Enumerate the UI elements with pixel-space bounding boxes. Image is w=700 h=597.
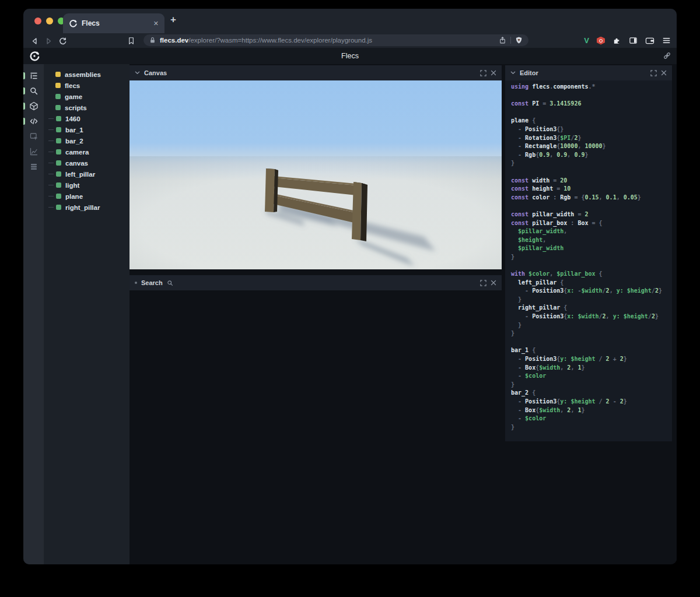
minimize-window-button[interactable] (46, 17, 53, 24)
tree-item-label: scripts (65, 104, 87, 111)
leaf-dash (48, 118, 54, 120)
close-panel-icon[interactable] (661, 70, 667, 76)
canvas-panel-title: Canvas (144, 69, 167, 76)
tree-item-label: 1460 (65, 115, 80, 122)
panel-area: Canvas (130, 64, 677, 564)
tree-item-label: right_pillar (65, 204, 100, 211)
entity-tree: assemblies flecs (44, 64, 130, 564)
url-path: /explorer/?wasm=https://www.flecs.dev/ex… (188, 37, 372, 44)
entity-kind-square (56, 205, 61, 210)
back-button[interactable] (29, 36, 40, 46)
rail-entities-button[interactable] (23, 99, 44, 114)
tab-flecs[interactable]: Flecs ✕ (63, 13, 164, 33)
tree-item[interactable]: bar_1 (44, 124, 130, 135)
tree-outline-icon (29, 71, 38, 80)
tree-item[interactable]: camera (44, 146, 130, 157)
tree-item-label: flecs (65, 82, 80, 89)
reload-button[interactable] (57, 36, 68, 46)
extensions-puzzle-icon[interactable] (612, 36, 621, 45)
tree-item[interactable]: assemblies (44, 69, 130, 80)
inspector-icon (29, 132, 38, 141)
tree-item-label: plane (65, 193, 83, 200)
address-bar-divider (510, 37, 511, 44)
forward-button[interactable] (43, 36, 54, 46)
browser-toolbar: flecs.dev/explorer/?wasm=https://www.fle… (23, 33, 677, 48)
expand-chevron-icon[interactable] (48, 72, 54, 77)
code-editor[interactable]: using flecs.components.* const PI = 3.14… (505, 80, 672, 441)
tree-item[interactable]: scripts (44, 102, 130, 113)
fullscreen-icon[interactable] (650, 70, 657, 76)
tree-item-label: canvas (65, 160, 88, 167)
menu-icon[interactable] (662, 36, 671, 45)
leaf-dash (48, 163, 54, 164)
code-icon (29, 117, 38, 126)
leaf-dash (48, 152, 54, 153)
tree-item[interactable]: plane (44, 191, 130, 202)
leaf-dash (48, 129, 54, 131)
sidebar-toggle-icon[interactable] (629, 36, 638, 45)
tree-item[interactable]: canvas (44, 157, 130, 168)
tree-item[interactable]: left_pillar (44, 168, 130, 180)
tree-item[interactable]: flecs (44, 80, 130, 91)
bookmark-icon[interactable] (126, 36, 136, 46)
close-window-button[interactable] (34, 17, 41, 24)
entity-kind-square (56, 160, 61, 166)
address-bar[interactable]: flecs.dev/explorer/?wasm=https://www.fle… (144, 34, 528, 46)
entity-kind-square (55, 94, 61, 99)
new-tab-button[interactable]: + (170, 14, 176, 26)
close-panel-icon[interactable] (491, 280, 496, 286)
editor-panel: Editor using flecs.components.* const PI… (505, 65, 672, 441)
entity-kind-square (56, 127, 61, 132)
entity-kind-square (56, 149, 61, 154)
lock-icon (149, 37, 156, 44)
leaf-dash (48, 207, 54, 208)
entity-kind-square (55, 72, 61, 77)
tree-item[interactable]: bar_2 (44, 135, 130, 146)
rail-stats-button[interactable] (23, 144, 44, 159)
fullscreen-icon[interactable] (480, 280, 487, 286)
wallet-icon[interactable] (645, 36, 654, 45)
collapse-chevron-icon[interactable] (510, 71, 516, 75)
flecs-favicon (69, 19, 77, 27)
tree-item-label: light (65, 182, 79, 189)
entity-kind-square (56, 116, 61, 121)
expand-chevron-icon[interactable] (48, 83, 54, 88)
tree-item[interactable]: right_pillar (44, 202, 130, 213)
share-icon[interactable] (499, 36, 506, 44)
entity-kind-square (55, 83, 61, 88)
expand-chevron-icon[interactable] (48, 94, 54, 99)
rail-inspector-button[interactable] (23, 129, 44, 144)
url-text: flecs.dev/explorer/?wasm=https://www.fle… (160, 37, 495, 44)
tree-item[interactable]: 1460 (44, 113, 130, 124)
canvas-panel: Canvas (130, 65, 502, 269)
share-link-icon[interactable] (663, 51, 671, 60)
leaf-dash (48, 196, 54, 197)
fullscreen-icon[interactable] (480, 70, 487, 76)
tree-item-label: bar_2 (65, 138, 83, 145)
tree-item-label: assemblies (65, 71, 101, 78)
tab-close-icon[interactable]: ✕ (153, 20, 159, 27)
rail-tree-button[interactable] (23, 68, 44, 83)
tree-item-label: bar_1 (65, 127, 83, 134)
url-domain: flecs.dev (160, 37, 188, 44)
content-area: assemblies flecs (23, 64, 677, 564)
brave-shield-icon[interactable] (515, 36, 523, 44)
desktop: Flecs ✕ + flecs. (0, 0, 700, 597)
browser-window: Flecs ✕ + flecs. (23, 9, 677, 564)
leaf-dash (48, 141, 54, 142)
canvas-3d-view[interactable] (130, 80, 502, 269)
vue-devtools-icon[interactable]: V (584, 36, 589, 45)
search-panel-header[interactable]: Search (130, 275, 502, 290)
icon-rail (23, 64, 44, 564)
hexagon-extension-icon[interactable] (597, 37, 605, 45)
rail-search-button[interactable] (23, 83, 44, 99)
collapse-chevron-icon[interactable] (135, 71, 140, 75)
editor-panel-title: Editor (520, 69, 538, 76)
tab-strip: Flecs ✕ + (23, 9, 677, 33)
tree-item[interactable]: game (44, 91, 130, 102)
rail-queries-button[interactable] (23, 159, 44, 174)
expand-chevron-icon[interactable] (48, 105, 54, 110)
tree-item[interactable]: light (44, 180, 130, 191)
rail-code-button[interactable] (23, 114, 44, 129)
close-panel-icon[interactable] (491, 70, 496, 76)
